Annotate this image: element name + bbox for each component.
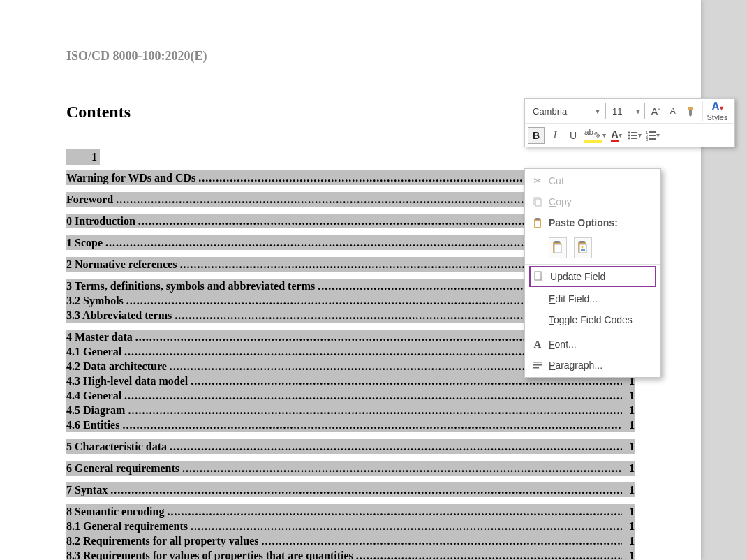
toc-page-number: 1 — [622, 418, 635, 432]
toc-leader-dots: ........................................… — [116, 192, 524, 207]
styles-button[interactable]: A▾ Styles — [702, 101, 732, 121]
cut-menu-item[interactable]: ✂ Cut — [525, 170, 660, 191]
toc-leader-dots: ........................................… — [191, 519, 622, 533]
toc-page-number: 1 — [622, 388, 635, 403]
toc-leader-dots: ........................................… — [356, 548, 622, 560]
svg-rect-28 — [533, 364, 542, 366]
increase-font-icon[interactable]: Aˆ — [648, 103, 663, 119]
toc-entry-text: 8 Semantic encoding — [66, 504, 167, 519]
scissors-icon: ✂ — [529, 175, 546, 187]
toc-entry-text: 3.2 Symbols — [66, 293, 126, 308]
bold-button[interactable]: B — [528, 127, 545, 144]
toc-line[interactable]: 7 Syntax ...............................… — [66, 482, 635, 497]
toc-leader-dots: ........................................… — [122, 418, 622, 432]
toc-line[interactable]: 1 Scope ................................… — [66, 235, 524, 250]
edit-field-menu-item[interactable]: Edit Field... — [525, 288, 660, 309]
toc-leader-dots: ........................................… — [124, 344, 524, 359]
toc-line[interactable]: 0 Introduction .........................… — [66, 214, 524, 228]
paste-keep-source-button[interactable] — [549, 237, 567, 258]
toc-page-number: 1 — [622, 504, 635, 519]
toc-line[interactable]: 3.3 Abbreviated terms ..................… — [66, 308, 524, 323]
toc-line[interactable]: 4 Master data ..........................… — [66, 330, 524, 344]
toc-leader-dots: ........................................… — [262, 533, 622, 548]
toc-selected-block[interactable]: 1 — [66, 149, 100, 165]
svg-rect-5 — [631, 138, 637, 139]
numbering-button[interactable]: 123▾ — [645, 127, 660, 144]
toc-leader-dots: ........................................… — [182, 461, 622, 476]
svg-point-24 — [582, 246, 584, 249]
bullets-button[interactable]: ▾ — [627, 127, 642, 144]
toc-leader-dots: ........................................… — [126, 293, 524, 308]
highlight-button[interactable]: ab✎▾ — [584, 127, 606, 144]
toc-leader-dots: ........................................… — [170, 439, 622, 454]
toc-page-number: 1 — [622, 548, 635, 560]
toc-line[interactable]: 4.5 Diagram ............................… — [66, 403, 635, 418]
underline-button[interactable]: U — [565, 127, 581, 144]
toc-leader-dots: ........................................… — [128, 403, 622, 418]
toc-leader-dots: ........................................… — [170, 359, 524, 374]
toc-line[interactable]: 8 Semantic encoding ....................… — [66, 504, 635, 519]
svg-rect-25 — [535, 272, 541, 280]
toc-line[interactable]: Foreword ...............................… — [66, 192, 524, 207]
toggle-field-codes-menu-item[interactable]: Toggle Field Codes — [525, 309, 660, 330]
toc-line[interactable]: 3 Terms, definitions, symbols and abbrev… — [66, 279, 524, 293]
toc-line[interactable]: 8.1 General requirements ...............… — [66, 519, 635, 533]
mini-format-toolbar: Cambria ▼ 11 ▼ Aˆ Aˇ A▾ Styles B I U ab✎… — [524, 98, 735, 147]
toc-entry-text: 8.2 Requirements for all property values — [66, 533, 262, 548]
toc-entry-text: 8.3 Requirements for values of propertie… — [66, 548, 356, 560]
chevron-down-icon: ▼ — [594, 108, 601, 115]
copy-icon — [529, 196, 546, 207]
toc-entry-text: 4.3 High-level data model — [66, 374, 191, 388]
svg-rect-23 — [581, 249, 585, 251]
svg-rect-21 — [579, 241, 585, 243]
toc-page-number: 1 — [622, 439, 635, 454]
toc-leader-dots: ........................................… — [105, 235, 524, 250]
italic-button[interactable]: I — [547, 127, 563, 144]
toc-line[interactable]: 8.3 Requirements for values of propertie… — [66, 548, 635, 560]
font-menu-item[interactable]: A Font... — [525, 334, 660, 355]
svg-rect-13 — [535, 199, 541, 206]
toc-line[interactable]: 4.1 General ............................… — [66, 344, 524, 359]
svg-text:!: ! — [541, 275, 543, 282]
toc-line[interactable]: 2 Normative references .................… — [66, 257, 524, 272]
svg-point-2 — [628, 134, 630, 136]
toc-leader-dots: ........................................… — [138, 214, 524, 228]
toc-line[interactable]: 4.4 General ............................… — [66, 388, 635, 403]
toc-page-number: 1 — [622, 482, 635, 497]
toc-entry-text: 4.1 General — [66, 344, 124, 359]
clipboard-icon — [529, 217, 546, 228]
toc-entry-text: 2 Normative references — [66, 257, 179, 272]
toc-line[interactable]: 3.2 Symbols ............................… — [66, 293, 524, 308]
toc-leader-dots: ........................................… — [135, 330, 524, 344]
toc-entry-text: 8.1 General requirements — [66, 519, 191, 533]
toc-line[interactable]: 4.6 Entities ...........................… — [66, 418, 635, 432]
paste-picture-button[interactable] — [574, 237, 592, 258]
toc-line[interactable]: 8.2 Requirements for all property values… — [66, 533, 635, 548]
font-color-button[interactable]: A▾ — [609, 127, 624, 144]
toc-group: 6 General requirements .................… — [66, 461, 635, 476]
paragraph-menu-item[interactable]: Paragraph... — [525, 355, 660, 376]
toc-entry-text: 5 Characteristic data — [66, 439, 170, 454]
toc-entry-text: 7 Syntax — [66, 482, 110, 497]
decrease-font-icon[interactable]: Aˇ — [666, 103, 681, 119]
copy-menu-item[interactable]: Copy — [525, 191, 660, 212]
chevron-down-icon: ▼ — [635, 108, 642, 115]
toc-line[interactable]: 4.2 Data architecture ..................… — [66, 359, 524, 374]
toc-entry-text: 4.4 General — [66, 388, 124, 403]
update-field-menu-item[interactable]: ! Update Field — [529, 266, 656, 287]
svg-rect-3 — [631, 135, 637, 136]
format-painter-icon[interactable] — [684, 103, 700, 119]
font-name-value: Cambria — [533, 106, 567, 117]
toc-group: 5 Characteristic data ..................… — [66, 439, 635, 454]
toc-line[interactable]: 5 Characteristic data ..................… — [66, 439, 635, 454]
font-name-select[interactable]: Cambria ▼ — [528, 103, 606, 119]
toc-page-number: 1 — [622, 403, 635, 418]
document-header: ISO/CD 8000-100:2020(E) — [66, 49, 635, 64]
svg-rect-11 — [649, 138, 656, 140]
toc-page-number: 1 — [622, 461, 635, 476]
toc-entry-text: 1 Scope — [66, 235, 105, 250]
svg-text:3: 3 — [646, 138, 649, 141]
font-size-select[interactable]: 11 ▼ — [609, 103, 645, 119]
toc-leader-dots: ........................................… — [110, 482, 622, 497]
toc-line[interactable]: 6 General requirements .................… — [66, 461, 635, 476]
